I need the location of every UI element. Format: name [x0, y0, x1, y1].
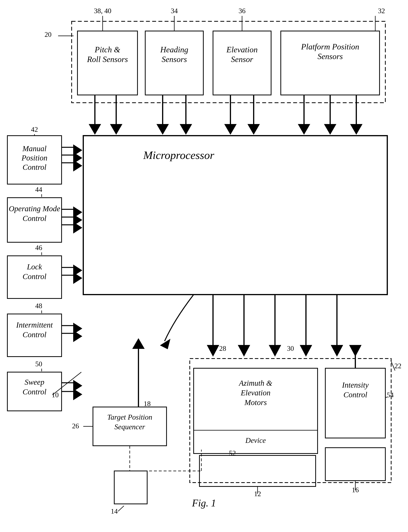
- ref-48: 48: [35, 302, 42, 310]
- sweep-label: Sweep: [25, 378, 44, 386]
- ref-38-40: 38, 40: [94, 7, 111, 15]
- svg-rect-31: [83, 136, 387, 295]
- schematic-svg: Pitch & Roll Sensors Heading Sensors Ele…: [0, 0, 408, 532]
- ref-20: 20: [44, 31, 51, 38]
- operating-label2: Control: [23, 214, 46, 223]
- svg-rect-75: [190, 358, 391, 483]
- svg-rect-91: [199, 455, 316, 487]
- svg-marker-18: [156, 124, 169, 135]
- ref-36: 36: [238, 7, 246, 15]
- svg-marker-88: [300, 345, 312, 357]
- svg-marker-20: [180, 124, 192, 135]
- platform-label2: Sensors: [318, 52, 343, 61]
- azimuth-label: Azimuth &: [238, 379, 272, 387]
- microprocessor-label: Microprocessor: [143, 149, 214, 161]
- svg-marker-16: [110, 124, 122, 135]
- svg-marker-96: [349, 345, 362, 357]
- svg-marker-26: [298, 124, 310, 135]
- svg-marker-53: [73, 272, 82, 284]
- svg-rect-93: [325, 448, 385, 481]
- azimuth-label2: Elevation: [240, 388, 270, 397]
- figure-label: Fig. 1: [192, 497, 216, 509]
- svg-rect-7: [281, 31, 380, 95]
- pitch-roll-label: Pitch &: [94, 45, 120, 54]
- svg-rect-79: [325, 368, 385, 438]
- ref-32: 32: [378, 7, 385, 15]
- elevation-label: Elevation: [226, 45, 258, 54]
- svg-marker-39: [73, 160, 82, 172]
- svg-marker-24: [247, 124, 260, 135]
- svg-marker-14: [89, 124, 101, 135]
- target-label2: Sequencer: [114, 423, 145, 431]
- heading-label2: Sensors: [162, 55, 187, 64]
- ref-14: 14: [111, 507, 118, 515]
- pitch-roll-label2: Roll Sensors: [87, 55, 128, 64]
- svg-marker-28: [324, 124, 336, 135]
- svg-marker-84: [238, 345, 250, 357]
- heading-label: Heading: [160, 45, 188, 54]
- intensity-label2: Control: [343, 390, 367, 399]
- svg-marker-59: [73, 331, 82, 342]
- lock-label2: Control: [23, 272, 46, 281]
- sweep-label2: Control: [23, 387, 46, 396]
- ref-18: 18: [144, 400, 151, 408]
- elevation-label2: Sensor: [231, 55, 253, 64]
- ref-30: 30: [287, 345, 294, 352]
- ref-52: 52: [229, 449, 236, 457]
- svg-marker-86: [269, 345, 281, 357]
- intensity-label: Intensity: [342, 381, 369, 389]
- svg-marker-30: [350, 124, 363, 135]
- svg-marker-47: [73, 222, 82, 234]
- operating-label: Operating Mode: [9, 204, 60, 213]
- ref-22: 22: [394, 362, 401, 370]
- svg-line-74: [118, 506, 124, 511]
- manual-label3: Control: [23, 163, 46, 172]
- intermittent-label: Intermittent: [16, 321, 53, 329]
- ref-42: 42: [31, 126, 38, 133]
- manual-label2: Position: [21, 154, 47, 162]
- platform-label: Platform Position: [301, 42, 359, 51]
- svg-marker-67: [132, 338, 145, 349]
- svg-marker-22: [224, 124, 237, 135]
- ref-26: 26: [72, 422, 79, 430]
- ref-44: 44: [35, 186, 42, 193]
- ref-54: 54: [387, 391, 394, 399]
- manual-label: Manual: [22, 144, 46, 153]
- ref-50: 50: [35, 360, 42, 368]
- ref-34: 34: [171, 7, 178, 15]
- svg-marker-82: [207, 345, 219, 357]
- device-label: Device: [245, 436, 266, 445]
- svg-marker-65: [73, 389, 82, 400]
- svg-marker-90: [331, 345, 343, 357]
- intermittent-label2: Control: [23, 330, 46, 339]
- lock-label: Lock: [27, 262, 42, 271]
- azimuth-label3: Motors: [244, 398, 267, 407]
- ref-46: 46: [35, 244, 42, 252]
- diagram-container: Pitch & Roll Sensors Heading Sensors Ele…: [0, 0, 408, 532]
- target-label: Target Position: [107, 413, 153, 421]
- ref-28: 28: [219, 345, 226, 352]
- svg-rect-73: [114, 471, 147, 504]
